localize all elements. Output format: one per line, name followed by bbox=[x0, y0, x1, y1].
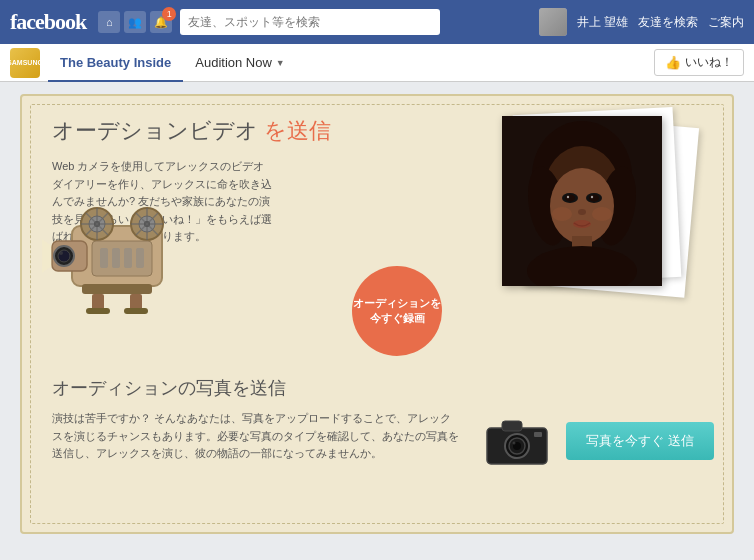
home-nav-link[interactable]: ご案内 bbox=[708, 14, 744, 31]
friends-icon-btn[interactable]: 👥 bbox=[124, 11, 146, 33]
svg-point-43 bbox=[591, 196, 593, 198]
svg-point-44 bbox=[578, 209, 586, 215]
chevron-down-icon: ▼ bbox=[276, 58, 285, 68]
tab-audition-now[interactable]: Audition Now ▼ bbox=[183, 44, 297, 82]
send-photo-row: 写真を今すぐ 送信 bbox=[482, 416, 714, 466]
svg-rect-23 bbox=[136, 248, 144, 268]
svg-marker-29 bbox=[42, 226, 52, 286]
tab-audition-label: Audition Now bbox=[195, 55, 272, 70]
like-label: いいね！ bbox=[685, 54, 733, 71]
svg-point-42 bbox=[567, 196, 569, 198]
svg-point-47 bbox=[592, 207, 612, 221]
svg-point-35 bbox=[550, 168, 614, 244]
like-page-button[interactable]: 👍 いいね！ bbox=[654, 49, 744, 76]
bottom-left-content: オーディションの写真を送信 演技は苦手ですか？ そんなあなたは、写真をアップロー… bbox=[52, 376, 462, 466]
svg-rect-49 bbox=[502, 421, 522, 431]
projector-svg bbox=[42, 186, 192, 316]
photo-stack-area bbox=[502, 116, 702, 296]
camera-icon bbox=[482, 416, 552, 466]
svg-rect-26 bbox=[130, 294, 142, 310]
svg-point-53 bbox=[513, 442, 516, 445]
nav-icon-group: ⌂ 👥 🔔 1 bbox=[98, 11, 172, 33]
svg-rect-21 bbox=[112, 248, 120, 268]
svg-point-46 bbox=[552, 207, 572, 221]
page-app-icon: SAMSUNG bbox=[10, 48, 40, 78]
bottom-section: オーディションの写真を送信 演技は苦手ですか？ そんなあなたは、写真をアップロー… bbox=[52, 376, 702, 466]
thumbs-up-icon: 👍 bbox=[665, 55, 681, 70]
top-section: オーデションビデオ を送信 Web カメラを使用してアレックスのビデオダイアリー… bbox=[52, 116, 702, 296]
main-title-highlight: を送信 bbox=[264, 118, 331, 143]
svg-point-41 bbox=[589, 195, 599, 202]
svg-rect-28 bbox=[124, 308, 148, 314]
tab-beauty-inside-label: The Beauty Inside bbox=[60, 55, 171, 70]
svg-rect-24 bbox=[82, 284, 152, 294]
svg-rect-25 bbox=[92, 294, 104, 310]
avatar[interactable] bbox=[539, 8, 567, 36]
notification-icon-btn[interactable]: 🔔 1 bbox=[150, 11, 172, 33]
photo-stack bbox=[502, 116, 682, 296]
svg-point-4 bbox=[59, 251, 63, 255]
projector-illustration bbox=[42, 186, 202, 326]
find-friends-link[interactable]: 友達を検索 bbox=[638, 14, 698, 31]
nav-right-area: 井上 望雄 友達を検索 ご案内 bbox=[539, 8, 744, 36]
left-content: オーデションビデオ を送信 Web カメラを使用してアレックスのビデオダイアリー… bbox=[52, 116, 482, 296]
record-button[interactable]: オーディションを今すぐ録画 bbox=[352, 266, 442, 356]
bottom-section-title: オーディションの写真を送信 bbox=[52, 376, 462, 400]
page-header-bar: SAMSUNG The Beauty Inside Audition Now ▼… bbox=[0, 44, 754, 82]
send-photo-button[interactable]: 写真を今すぐ 送信 bbox=[566, 422, 714, 460]
main-title-text: オーデションビデオ bbox=[52, 118, 258, 143]
facebook-logo[interactable]: facebook bbox=[10, 9, 86, 35]
svg-rect-54 bbox=[534, 432, 542, 437]
svg-point-40 bbox=[565, 195, 575, 202]
photo-front bbox=[502, 116, 662, 286]
tab-beauty-inside[interactable]: The Beauty Inside bbox=[48, 44, 183, 82]
svg-rect-20 bbox=[100, 248, 108, 268]
svg-point-45 bbox=[573, 220, 591, 228]
bottom-right-content: 写真を今すぐ 送信 bbox=[482, 376, 702, 466]
notification-badge: 1 bbox=[162, 7, 176, 21]
home-icon-btn[interactable]: ⌂ bbox=[98, 11, 120, 33]
bottom-section-desc: 演技は苦手ですか？ そんなあなたは、写真をアップロードすることで、アレックスを演… bbox=[52, 410, 462, 463]
main-content-area: オーデションビデオ を送信 Web カメラを使用してアレックスのビデオダイアリー… bbox=[20, 94, 734, 534]
svg-rect-27 bbox=[86, 308, 110, 314]
search-input[interactable] bbox=[180, 9, 440, 35]
facebook-navbar: facebook ⌂ 👥 🔔 1 井上 望雄 友達を検索 ご案内 bbox=[0, 0, 754, 44]
svg-rect-22 bbox=[124, 248, 132, 268]
main-title: オーデションビデオ を送信 bbox=[52, 116, 482, 146]
username-link[interactable]: 井上 望雄 bbox=[577, 14, 628, 31]
photo-face bbox=[502, 116, 662, 286]
